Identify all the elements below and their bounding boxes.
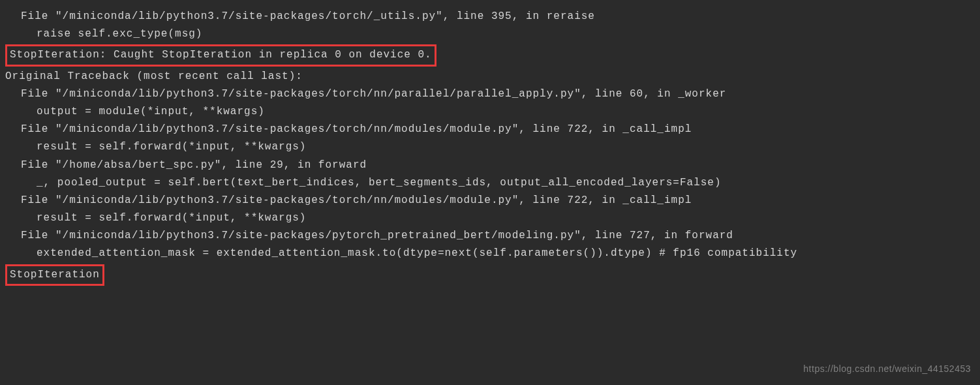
traceback-line: result = self.forward(*input, **kwargs) (5, 138, 975, 156)
traceback-line: raise self.exc_type(msg) (5, 25, 975, 43)
traceback-line: File "/miniconda/lib/python3.7/site-pack… (5, 8, 975, 25)
traceback-line: _, pooled_output = self.bert(text_bert_i… (5, 174, 975, 192)
traceback-line: result = self.forward(*input, **kwargs) (5, 209, 975, 227)
traceback-line: extended_attention_mask = extended_atten… (5, 245, 975, 262)
stop-iteration-final: StopIteration (5, 264, 104, 286)
traceback-line: output = module(*input, **kwargs) (5, 103, 975, 121)
traceback-line: File "/miniconda/lib/python3.7/site-pack… (5, 85, 975, 103)
stop-iteration-error: StopIteration: Caught StopIteration in r… (5, 44, 436, 66)
traceback-line: File "/home/absa/bert_spc.py", line 29, … (5, 157, 975, 174)
traceback-line: File "/miniconda/lib/python3.7/site-pack… (5, 121, 975, 138)
traceback-line: File "/miniconda/lib/python3.7/site-pack… (5, 227, 975, 245)
error-highlight-row: StopIteration: Caught StopIteration in r… (5, 44, 975, 66)
original-traceback-header: Original Traceback (most recent call las… (5, 68, 975, 85)
traceback-line: File "/miniconda/lib/python3.7/site-pack… (5, 192, 975, 209)
watermark-text: https://blog.csdn.net/weixin_44152453 (803, 362, 971, 377)
error-highlight-row: StopIteration (5, 264, 975, 286)
terminal-output: File "/miniconda/lib/python3.7/site-pack… (5, 8, 975, 286)
